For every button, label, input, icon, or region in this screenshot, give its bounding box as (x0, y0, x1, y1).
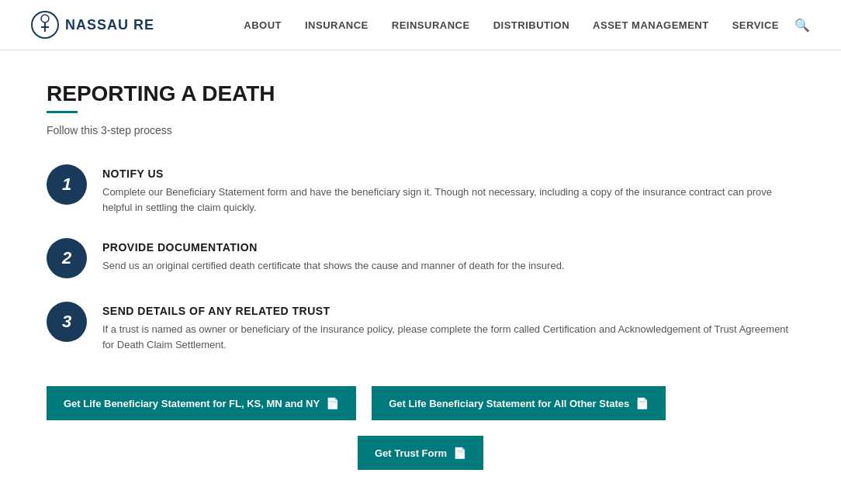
step-1-circle: 1 (47, 164, 87, 205)
page-subtitle: Follow this 3-step process (47, 124, 794, 136)
nav-item-about[interactable]: ABOUT (244, 18, 282, 32)
title-underline (47, 111, 78, 113)
nav-links: ABOUT INSURANCE REINSURANCE DISTRIBUTION… (244, 18, 779, 32)
nav-item-reinsurance[interactable]: REINSURANCE (392, 18, 470, 32)
page-title: REPORTING A DEATH (47, 81, 794, 106)
step-3-circle: 3 (47, 302, 87, 342)
step-2-circle: 2 (47, 238, 87, 278)
step-1-title: NOTIFY US (102, 167, 794, 180)
step-2: 2 PROVIDE DOCUMENTATION Send us an origi… (47, 238, 794, 278)
document-icon-other: 📄 (635, 397, 649, 409)
btn-fl-states[interactable]: Get Life Beneficiary Statement for FL, K… (47, 386, 356, 420)
step-3-title: SEND DETAILS OF ANY RELATED TRUST (102, 305, 794, 317)
step-3-content: SEND DETAILS OF ANY RELATED TRUST If a t… (102, 302, 794, 352)
btn-other-label: Get Life Beneficiary Statement for All O… (389, 398, 629, 409)
nav-item-service[interactable]: SERVICE (732, 18, 779, 32)
step-2-content: PROVIDE DOCUMENTATION Send us an origina… (102, 238, 564, 274)
nav-item-asset-management[interactable]: ASSET MANAGEMENT (593, 18, 709, 32)
document-icon-trust: 📄 (453, 447, 466, 459)
btn-fl-label: Get Life Beneficiary Statement for FL, K… (64, 398, 320, 409)
step-3-desc: If a trust is named as owner or benefici… (102, 322, 794, 352)
step-1: 1 NOTIFY US Complete our Beneficiary Sta… (47, 164, 794, 215)
btn-trust-form[interactable]: Get Trust Form 📄 (358, 436, 483, 470)
step-2-title: PROVIDE DOCUMENTATION (102, 241, 564, 254)
navbar: NASSAU RE ABOUT INSURANCE REINSURANCE DI… (0, 0, 841, 50)
btn-trust-label: Get Trust Form (375, 447, 447, 459)
step-2-desc: Send us an original certified death cert… (102, 258, 564, 274)
buttons-row: Get Life Beneficiary Statement for FL, K… (47, 386, 794, 420)
logo-icon (31, 11, 59, 39)
nav-item-distribution[interactable]: DISTRIBUTION (493, 18, 569, 32)
btn-other-states[interactable]: Get Life Beneficiary Statement for All O… (372, 386, 666, 420)
main-content: REPORTING A DEATH Follow this 3-step pro… (0, 50, 841, 501)
logo-area: NASSAU RE (31, 11, 154, 39)
svg-point-1 (41, 15, 49, 22)
nav-item-insurance[interactable]: INSURANCE (305, 18, 369, 32)
steps-container: 1 NOTIFY US Complete our Beneficiary Sta… (47, 164, 794, 352)
step-1-desc: Complete our Beneficiary Statement form … (102, 185, 794, 215)
search-icon[interactable]: 🔍 (794, 18, 810, 33)
step-1-content: NOTIFY US Complete our Beneficiary State… (102, 164, 794, 215)
trust-row: Get Trust Form 📄 (47, 436, 794, 470)
logo-text: NASSAU RE (65, 17, 154, 33)
document-icon-fl: 📄 (326, 397, 339, 409)
step-3: 3 SEND DETAILS OF ANY RELATED TRUST If a… (47, 302, 794, 352)
